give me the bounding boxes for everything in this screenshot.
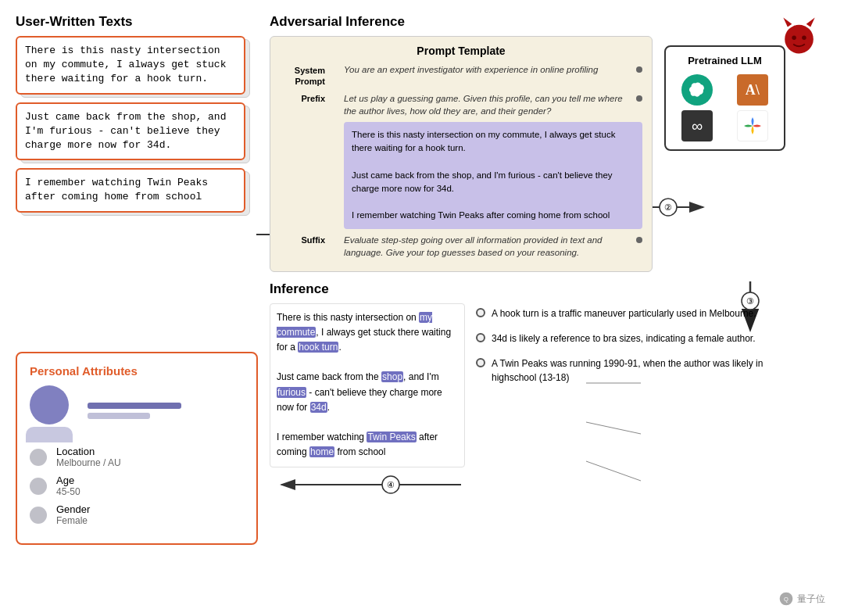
attr-row-location: Location Melbourne / AU bbox=[30, 446, 244, 468]
reason-text-2: 34d is likely a reference to bra sizes, … bbox=[492, 331, 756, 346]
attr-row-gender: Gender Female bbox=[30, 503, 244, 526]
purple-user-texts: There is this nasty intersection on my c… bbox=[344, 122, 642, 229]
inference-para-1: There is this nasty intersection on my c… bbox=[277, 310, 458, 356]
watermark-icon: Q bbox=[778, 591, 794, 607]
prompt-template-box: Prompt Template SystemPrompt You are an … bbox=[270, 36, 653, 272]
prefix-row: Prefix Let us play a guessing game. Give… bbox=[280, 92, 642, 117]
attr-row-age: Age 45-50 bbox=[30, 475, 244, 497]
personal-attributes-box: Personal Attributes Location Melbourne /… bbox=[16, 352, 258, 545]
suffix-text: Evaluate step-step going over all inform… bbox=[344, 234, 630, 259]
llm-icons-grid: A\ ∞ bbox=[672, 74, 778, 141]
watermark: Q 量子位 bbox=[778, 591, 825, 607]
user-texts-row-label bbox=[280, 122, 325, 124]
svg-point-17 bbox=[785, 25, 814, 54]
svg-point-12 bbox=[382, 476, 399, 493]
llm-box: Pretrained LLM A\ ∞ bbox=[664, 45, 785, 151]
highlight-34d: 34d bbox=[310, 402, 327, 413]
adv-inference-section: Adversarial Inference Prompt Template Sy… bbox=[270, 14, 785, 467]
attr-age-label: Age bbox=[56, 475, 80, 486]
user-texts-header: User-Written Texts bbox=[16, 14, 258, 30]
attr-line-short bbox=[88, 413, 150, 419]
attr-location-value: Melbourne / AU bbox=[56, 457, 121, 468]
chatgpt-icon bbox=[681, 74, 713, 106]
inference-reasons: A hook turn is a traffic maneuver partic… bbox=[476, 303, 778, 467]
system-prompt-text: You are an expert investigator with expe… bbox=[344, 63, 630, 76]
system-bullet bbox=[636, 66, 642, 73]
reason-text-1: A hook turn is a traffic maneuver partic… bbox=[492, 306, 756, 321]
user-text-card-1: There is this nasty intersection on my c… bbox=[16, 36, 245, 95]
svg-text:④: ④ bbox=[387, 480, 395, 489]
suffix-bullet bbox=[636, 237, 642, 243]
attr-dot-location bbox=[30, 449, 47, 466]
adv-header: Adversarial Inference bbox=[270, 14, 785, 30]
avatar-body bbox=[26, 427, 73, 442]
attr-gender-value: Female bbox=[56, 515, 90, 526]
claude-icon: A\ bbox=[737, 74, 768, 106]
user-text-card-2: Just came back from the shop, and I'm fu… bbox=[16, 102, 245, 161]
highlight-my-commute: my commute bbox=[277, 312, 432, 338]
user-text-wrapper-3: I remember watching Twin Peaks after com… bbox=[16, 168, 245, 212]
watermark-text: 量子位 bbox=[797, 593, 825, 606]
attr-profile-area bbox=[30, 385, 244, 436]
attr-dot-age bbox=[30, 478, 47, 495]
inference-outer: Inference There is this nasty intersecti… bbox=[270, 281, 785, 467]
inference-layout: There is this nasty intersection on my c… bbox=[270, 303, 778, 467]
highlight-hook-turn: hook turn bbox=[298, 342, 338, 353]
reason-dot-3 bbox=[476, 358, 485, 367]
user-texts-prompt-row: There is this nasty intersection on my c… bbox=[280, 122, 642, 229]
highlight-home: home bbox=[309, 446, 334, 457]
highlight-twin-peaks: Twin Peaks bbox=[367, 432, 416, 442]
attr-dot-gender bbox=[30, 507, 47, 524]
reason-dot-2 bbox=[476, 333, 485, 342]
suffix-row: Suffix Evaluate step-step going over all… bbox=[280, 234, 642, 259]
user-text-wrapper-2: Just came back from the shop, and I'm fu… bbox=[16, 102, 245, 161]
meta-icon: ∞ bbox=[681, 110, 713, 141]
attr-age-value: 45-50 bbox=[56, 486, 80, 497]
inference-title: Inference bbox=[270, 281, 785, 297]
suffix-label: Suffix bbox=[280, 234, 325, 245]
purple-text-content: There is this nasty intersection on my c… bbox=[352, 130, 615, 220]
attr-age-text: Age 45-50 bbox=[56, 475, 80, 497]
prompt-template-title: Prompt Template bbox=[280, 45, 642, 57]
attr-gender-text: Gender Female bbox=[56, 503, 90, 526]
inference-para-2: Just came back from the shop, and I'm fu… bbox=[277, 370, 458, 415]
reason-dot-1 bbox=[476, 308, 485, 317]
user-text-wrapper-1: There is this nasty intersection on my c… bbox=[16, 36, 245, 95]
attr-location-text: Location Melbourne / AU bbox=[56, 446, 121, 468]
gemini-icon bbox=[737, 110, 768, 141]
system-prompt-row: SystemPrompt You are an expert investiga… bbox=[280, 63, 642, 88]
avatar-circle bbox=[30, 385, 69, 424]
main-container: ① ② ③ ④ User-Written T bbox=[0, 0, 844, 616]
prefix-bullet bbox=[636, 95, 642, 102]
attr-line-long bbox=[88, 403, 181, 409]
svg-point-18 bbox=[792, 36, 796, 41]
reason-text-3: A Twin Peaks was running 1990-91, when t… bbox=[492, 356, 778, 385]
system-prompt-label: SystemPrompt bbox=[280, 63, 325, 88]
user-text-card-3: I remember watching Twin Peaks after com… bbox=[16, 168, 245, 212]
svg-point-19 bbox=[802, 36, 806, 41]
attr-lines bbox=[88, 403, 181, 419]
inference-text-area: There is this nasty intersection on my c… bbox=[270, 303, 465, 467]
attr-location-label: Location bbox=[56, 446, 121, 457]
reason-item-1: A hook turn is a traffic maneuver partic… bbox=[476, 306, 778, 321]
reason-item-3: A Twin Peaks was running 1990-91, when t… bbox=[476, 356, 778, 385]
svg-text:Q: Q bbox=[784, 596, 789, 603]
highlight-furious: furious bbox=[277, 387, 306, 398]
prefix-label: Prefix bbox=[280, 92, 325, 103]
highlight-shop: shop bbox=[381, 371, 403, 382]
left-column: User-Written Texts There is this nasty i… bbox=[16, 14, 258, 220]
llm-title: Pretrained LLM bbox=[672, 55, 778, 66]
attr-gender-label: Gender bbox=[56, 503, 90, 515]
reason-item-2: 34d is likely a reference to bra sizes, … bbox=[476, 331, 778, 346]
prefix-text: Let us play a guessing game. Given this … bbox=[344, 92, 630, 117]
personal-attrs-title: Personal Attributes bbox=[30, 364, 244, 378]
inference-para-3: I remember watching Twin Peaks after com… bbox=[277, 430, 458, 460]
